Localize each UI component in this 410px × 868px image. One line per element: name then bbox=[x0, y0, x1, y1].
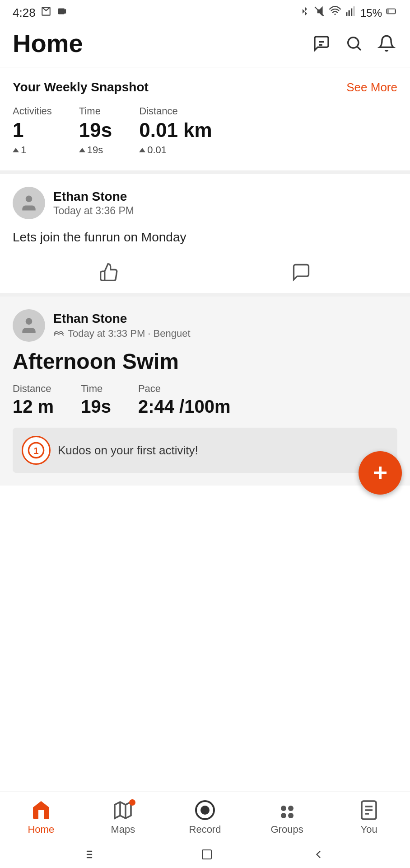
video-icon bbox=[56, 5, 68, 20]
header: Home bbox=[0, 24, 410, 67]
activity-time: Today at 3:33 PM · Benguet bbox=[68, 328, 191, 340]
post2-avatar bbox=[13, 309, 45, 342]
status-right: 15% bbox=[300, 5, 397, 20]
maps-notification-dot bbox=[129, 799, 135, 806]
time-label: Time bbox=[79, 105, 112, 117]
nav-items: Home Maps Record bbox=[0, 792, 410, 841]
groups-icon bbox=[275, 799, 300, 821]
time: 4:28 bbox=[13, 6, 36, 20]
nav-item-you[interactable]: You bbox=[328, 799, 410, 835]
activities-label: Activities bbox=[13, 105, 52, 117]
search-icon[interactable] bbox=[343, 33, 365, 54]
arrow-up-icon bbox=[13, 148, 19, 152]
nav-item-maps[interactable]: Maps bbox=[82, 799, 164, 835]
post2-meta: Ethan Stone Today at 3:33 PM · Benguet bbox=[53, 311, 191, 340]
post1-header: Ethan Stone Today at 3:36 PM bbox=[13, 187, 397, 219]
svg-point-13 bbox=[26, 318, 33, 325]
snapshot-section: Your Weekly Snapshot See More Activities… bbox=[0, 67, 410, 170]
act-dist-value: 12 m bbox=[13, 396, 54, 417]
section-divider-2 bbox=[0, 293, 410, 297]
comment-button[interactable] bbox=[291, 262, 311, 282]
nav-item-record[interactable]: Record bbox=[164, 799, 246, 835]
kudos-container: 1 Kudos on your first activity! bbox=[13, 428, 397, 473]
post2-header: Ethan Stone Today at 3:33 PM · Benguet bbox=[13, 309, 397, 342]
section-divider-1 bbox=[0, 170, 410, 174]
nav-record-label: Record bbox=[189, 824, 221, 835]
sys-nav-home[interactable] bbox=[200, 847, 214, 862]
svg-point-1 bbox=[334, 14, 335, 15]
svg-point-26 bbox=[288, 813, 294, 818]
svg-point-22 bbox=[201, 807, 209, 814]
svg-point-10 bbox=[348, 37, 359, 47]
act-dist-label: Distance bbox=[13, 383, 54, 395]
like-button[interactable] bbox=[99, 262, 119, 282]
nav-item-home[interactable]: Home bbox=[0, 799, 82, 835]
distance-change: 0.01 bbox=[139, 144, 212, 156]
distance-value: 0.01 km bbox=[139, 119, 212, 142]
arrow-up-icon bbox=[139, 148, 145, 152]
activity-time-stat: Time 19s bbox=[81, 383, 111, 417]
activity-type: Today at 3:33 PM · Benguet bbox=[53, 328, 191, 340]
distance-label: Distance bbox=[139, 105, 212, 117]
snapshot-header: Your Weekly Snapshot See More bbox=[13, 80, 397, 94]
bottom-nav: Home Maps Record bbox=[0, 792, 410, 868]
svg-rect-5 bbox=[353, 6, 354, 16]
time-change: 19s bbox=[79, 144, 112, 156]
svg-marker-18 bbox=[115, 802, 131, 818]
bell-icon[interactable] bbox=[376, 33, 397, 54]
wifi-icon bbox=[329, 5, 341, 20]
nav-home-label: Home bbox=[28, 824, 54, 835]
svg-rect-2 bbox=[346, 12, 347, 16]
svg-rect-34 bbox=[202, 850, 211, 859]
svg-point-12 bbox=[26, 196, 33, 203]
nav-you-label: You bbox=[361, 824, 377, 835]
arrow-up-icon bbox=[79, 148, 85, 152]
see-more-button[interactable]: See More bbox=[346, 80, 397, 94]
bluetooth-icon bbox=[300, 5, 310, 20]
post2-author: Ethan Stone bbox=[53, 311, 191, 326]
act-pace-value: 2:44 /100m bbox=[138, 396, 231, 417]
header-icons bbox=[311, 33, 397, 54]
time-value: 19s bbox=[79, 119, 112, 142]
post1-avatar bbox=[13, 187, 45, 219]
mute-icon bbox=[313, 5, 325, 20]
maps-icon bbox=[110, 799, 135, 821]
kudos-badge: 1 bbox=[22, 436, 51, 465]
kudos-banner: 1 Kudos on your first activity! bbox=[13, 428, 397, 473]
svg-text:1: 1 bbox=[33, 446, 38, 456]
fab-add-button[interactable] bbox=[359, 451, 402, 495]
snapshot-title: Your Weekly Snapshot bbox=[13, 80, 149, 94]
post1-time: Today at 3:36 PM bbox=[53, 205, 134, 217]
signal-icon bbox=[345, 5, 357, 20]
chat-icon[interactable] bbox=[311, 33, 332, 54]
home-icon bbox=[28, 799, 54, 821]
sys-nav-menu[interactable] bbox=[85, 848, 102, 861]
activity-post: Ethan Stone Today at 3:33 PM · Benguet A… bbox=[0, 297, 410, 486]
nav-groups-label: Groups bbox=[271, 824, 303, 835]
act-time-value: 19s bbox=[81, 396, 111, 417]
svg-rect-3 bbox=[349, 10, 350, 16]
record-icon bbox=[192, 799, 218, 821]
svg-line-11 bbox=[358, 47, 361, 50]
stat-distance: Distance 0.01 km 0.01 bbox=[139, 105, 212, 156]
you-icon bbox=[356, 799, 382, 821]
battery: 15% bbox=[360, 7, 382, 19]
post1-meta: Ethan Stone Today at 3:36 PM bbox=[53, 189, 134, 217]
sys-nav-back[interactable] bbox=[312, 848, 325, 861]
post1-actions bbox=[13, 259, 397, 282]
svg-point-25 bbox=[281, 813, 286, 818]
svg-point-24 bbox=[288, 806, 294, 811]
svg-point-23 bbox=[281, 806, 286, 811]
nav-maps-label: Maps bbox=[111, 824, 135, 835]
activity-pace: Pace 2:44 /100m bbox=[138, 383, 231, 417]
activities-change: 1 bbox=[13, 144, 52, 156]
act-pace-label: Pace bbox=[138, 383, 231, 395]
post1-author: Ethan Stone bbox=[53, 189, 134, 204]
status-bar: 4:28 15% bbox=[0, 0, 410, 24]
snapshot-stats: Activities 1 1 Time 19s 19s Distance 0.0… bbox=[13, 105, 397, 156]
nav-item-groups[interactable]: Groups bbox=[246, 799, 328, 835]
page-title: Home bbox=[13, 28, 83, 58]
stat-activities: Activities 1 1 bbox=[13, 105, 52, 156]
activity-distance: Distance 12 m bbox=[13, 383, 54, 417]
activities-value: 1 bbox=[13, 119, 52, 142]
